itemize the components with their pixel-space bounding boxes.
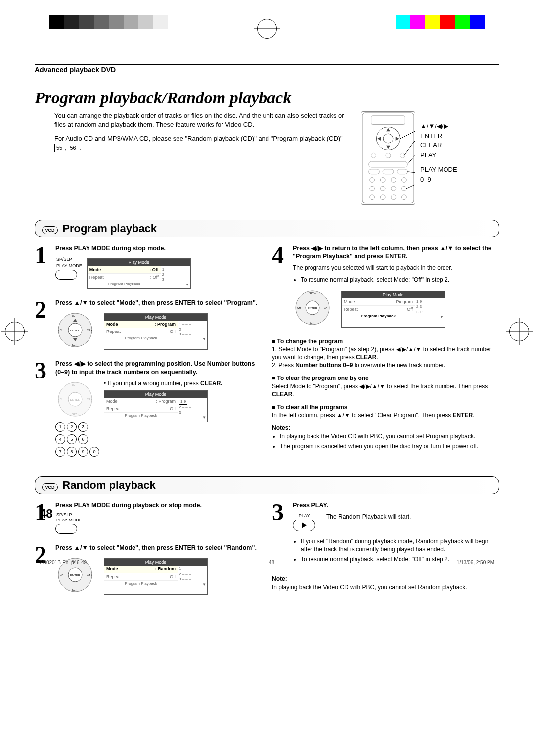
remote-label-numkeys: 0–9: [420, 175, 457, 185]
clear-all-heading: To clear all the programs: [272, 403, 499, 411]
dpad-icon: ENTER SET + SET - - CH CH +: [55, 379, 95, 419]
prog-step3-title: Press ◀/▶ to select the programming posi…: [55, 360, 262, 377]
section-header-bar: Advanced playback DVD: [35, 64, 499, 74]
program-step-4: 4 Press ◀/▶ to return to the left column…: [272, 244, 499, 328]
playmode-button-icon: [55, 270, 77, 280]
random-step-1: 1 Press PLAY MODE during playback or sto…: [35, 501, 262, 534]
program-step-1: 1 Press PLAY MODE during stop mode. SP/S…: [35, 244, 262, 289]
svg-text:SET +: SET +: [72, 314, 79, 317]
playmode-button-icon: [55, 524, 77, 534]
svg-text:SET -: SET -: [72, 343, 79, 346]
page-title: Program playback/Random playback: [35, 89, 499, 107]
svg-text:CH +: CH +: [87, 398, 92, 401]
svg-text:- CH: - CH: [58, 398, 64, 401]
osd-step1: Play Mode Mode: Off Repeat: Off Program …: [87, 258, 191, 289]
vcd-badge: VCD: [42, 483, 58, 491]
svg-text:SET -: SET -: [310, 321, 316, 324]
page-ref-55: 55: [54, 144, 64, 152]
program-step-3: 3 Press ◀/▶ to select the programming po…: [35, 360, 262, 457]
svg-text:SET -: SET -: [72, 413, 79, 416]
registration-mark-top: [257, 19, 277, 39]
page-number: 48: [40, 507, 53, 520]
clear-one-heading: To clear the program one by one: [272, 374, 499, 382]
remote-label-arrows: ▲/▼/◀/▶: [420, 121, 457, 131]
svg-text:CH +: CH +: [87, 329, 92, 331]
random-left-col: 1 Press PLAY MODE during playback or sto…: [35, 501, 262, 605]
program-left-col: 1 Press PLAY MODE during stop mode. SP/S…: [35, 244, 262, 467]
intro-p1: You can arrange the playback order of tr…: [54, 111, 346, 129]
random-step-2: 2 Press ▲/▼ to select "Mode", then press…: [35, 544, 262, 595]
footer: 2I30201B-En_p46-49 48 1/13/06, 2:50 PM: [40, 560, 494, 565]
footer-timestamp: 1/13/06, 2:50 PM: [457, 560, 494, 565]
intro-p2: For Audio CD and MP3/WMA CD, please see …: [54, 134, 346, 152]
osd-step2: Play Mode Mode: Program Repeat: Off Prog…: [104, 313, 208, 350]
grayscale-bars: [49, 15, 168, 29]
osd-step4: Play Mode Mode: Program Repeat: Off Prog…: [341, 291, 445, 328]
section-program-title: Program playback: [62, 222, 157, 235]
svg-text:SET +: SET +: [309, 292, 316, 295]
prog-step4-title: Press ◀/▶ to return to the left column, …: [293, 244, 499, 261]
notes-heading: Notes:: [272, 424, 499, 432]
program-right-col: 4 Press ◀/▶ to return to the left column…: [272, 244, 499, 467]
registration-mark-left: [5, 322, 25, 341]
remote-svg: [361, 111, 415, 205]
number-buttons: 123 456 7890: [55, 422, 99, 457]
program-notes-list: In playing back the Video CD with PBC, y…: [272, 432, 499, 450]
prog-step2-title: Press ▲/▼ to select "Mode", then press E…: [55, 299, 262, 307]
section-program-header: VCD Program playback: [35, 220, 499, 237]
remote-label-enter: ENTER: [420, 131, 457, 141]
random-note-heading: Note:: [272, 575, 499, 583]
svg-text:SET +: SET +: [72, 383, 79, 386]
svg-text:CH +: CH +: [87, 573, 92, 576]
program-step-2: 2 Press ▲/▼ to select "Mode", then press…: [35, 299, 262, 350]
playmode-label: PLAY MODE: [56, 264, 82, 269]
footer-filename: 2I30201B-En_p46-49: [40, 560, 87, 565]
spslp-label: SP/SLP: [56, 257, 72, 262]
svg-text:ENTER: ENTER: [70, 574, 81, 577]
rand-step3-b1: If you set "Random" during playback mode…: [301, 537, 499, 553]
svg-text:ENTER: ENTER: [308, 307, 318, 310]
dpad-icon: ENTER SET + SET - - CH CH +: [55, 310, 95, 350]
clear-all-text: In the left column, press ▲/▼ to select …: [272, 411, 499, 419]
spslp-label: SP/SLP: [56, 513, 262, 518]
osd-step3: Play Mode Mode: Program Repeat: Off Prog…: [104, 390, 208, 422]
rand-step1-title: Press PLAY MODE during playback or stop …: [55, 501, 262, 510]
prog-step3-bullet: • If you input a wrong number, press CLE…: [104, 379, 222, 387]
intro-text: You can arrange the playback order of tr…: [35, 111, 346, 205]
page-ref-56: 56: [68, 144, 78, 152]
remote-label-play: PLAY: [420, 150, 457, 160]
dpad-icon: ENTER SET + SET - - CH CH +: [293, 288, 332, 328]
play-icon: [302, 522, 307, 528]
change-program-heading: To change the program: [272, 337, 499, 345]
svg-text:- CH: - CH: [58, 573, 64, 576]
prog-step4-bullet: To resume normal playback, select Mode: …: [301, 276, 499, 284]
svg-text:- CH: - CH: [58, 329, 64, 331]
vcd-badge: VCD: [42, 226, 58, 234]
rand-step2-title: Press ▲/▼ to select "Mode", then press E…: [55, 544, 262, 552]
play-button-diagram: PLAY: [293, 513, 315, 531]
remote-label-playmode: PLAY MODE: [420, 165, 457, 175]
remote-label-clear: CLEAR: [420, 141, 457, 150]
clear-one-text: Select Mode to "Program", press ◀/▶/▲/▼ …: [272, 382, 499, 398]
svg-text:CH +: CH +: [324, 306, 330, 309]
random-right-col: 3 Press PLAY. PLAY The Random Playback w…: [272, 501, 499, 605]
svg-text:ENTER: ENTER: [70, 398, 81, 401]
prog-step4-text: The programs you selected will start to …: [293, 264, 499, 272]
color-bars: [396, 15, 485, 29]
rand-step3-title: Press PLAY.: [293, 501, 499, 510]
footer-page: 48: [269, 560, 274, 565]
svg-text:- CH: - CH: [296, 306, 301, 309]
registration-mark-right: [509, 322, 529, 341]
svg-text:ENTER: ENTER: [70, 329, 81, 332]
remote-diagram: ▲/▼/◀/▶ ENTER CLEAR PLAY PLAY MODE 0–9: [361, 111, 499, 205]
random-note-text: In playing back the Video CD with PBC, y…: [272, 583, 499, 591]
remote-labels: ▲/▼/◀/▶ ENTER CLEAR PLAY PLAY MODE 0–9: [420, 111, 457, 184]
prog-step1-title: Press PLAY MODE during stop mode.: [55, 244, 262, 253]
playmode-label: PLAY MODE: [56, 518, 262, 523]
rand-step3-text: The Random Playback will start.: [326, 513, 411, 520]
random-step-3: 3 Press PLAY. PLAY The Random Playback w…: [272, 501, 499, 566]
svg-text:SET -: SET -: [72, 588, 79, 591]
change-program-text: 1. Select Mode to "Program" (as step 2),…: [272, 345, 499, 370]
page: Advanced playback DVD Program playback/R…: [0, 0, 534, 644]
section-random-header: VCD Random playback: [35, 476, 499, 494]
